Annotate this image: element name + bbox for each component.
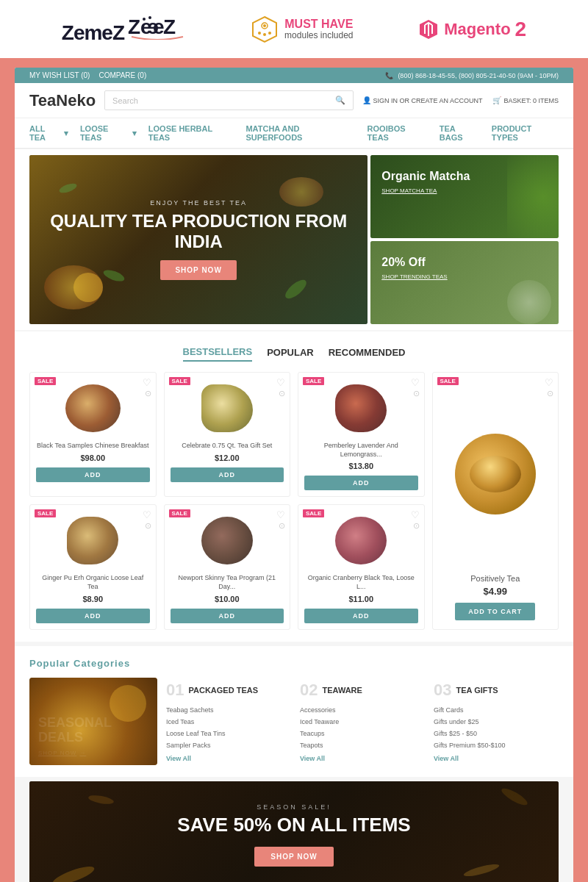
list-item[interactable]: Teapots [300, 739, 422, 751]
add-to-cart-4[interactable]: ADD [36, 609, 150, 623]
compare-icon[interactable]: ⊙ [279, 521, 285, 531]
list-item[interactable]: Gifts $25 - $50 [434, 728, 556, 739]
list-item[interactable]: Accessories [300, 704, 422, 716]
product-card-2: SALE ♡ ⊙ Celebrate 0.75 Qt. Tea Gift Set… [164, 372, 291, 497]
gifts-view-all[interactable]: View All [434, 755, 556, 762]
matcha-cta[interactable]: SHOP MATCHA TEA [381, 187, 548, 194]
musthave-badge: MUST HAVE modules included [251, 15, 353, 43]
search-placeholder: Search [112, 96, 138, 105]
packaged-teas-col: 01 PACKAGED TEAS Teabag Sachets Iced Tea… [163, 678, 291, 765]
compare-icon[interactable]: ⊙ [279, 389, 285, 398]
product-image-1 [36, 379, 150, 437]
nav-item-rooibos[interactable]: ROOIBOS TEAS [368, 124, 428, 142]
product-card-1: SALE ♡ ⊙ Black Tea Samples Chinese Break… [29, 372, 157, 497]
list-item[interactable]: Iced Teas [166, 716, 288, 728]
search-bar[interactable]: Search 🔍 [104, 90, 354, 110]
wishlist-link[interactable]: MY WISH LIST (0) [29, 71, 90, 79]
utility-bar: MY WISH LIST (0) COMPARE (0) 📞 (800) 868… [15, 68, 573, 83]
add-to-cart-6[interactable]: ADD [304, 609, 418, 623]
sale-banner-cta-button[interactable]: SHOP NOW [254, 847, 333, 867]
list-item[interactable]: Sampler Packs [166, 739, 288, 751]
nav-item-product-types[interactable]: PRODUCT TYPES [492, 124, 559, 142]
add-to-cart-1[interactable]: ADD [36, 467, 150, 482]
teaware-view-all[interactable]: View All [300, 755, 422, 762]
product-card-5: SALE ♡ ⊙ Newport Skinny Tea Program (21 … [164, 504, 291, 629]
compare-icon[interactable]: ⊙ [145, 521, 151, 531]
seasonal-deals-card[interactable]: SEASONAL DEALS SHOP NOW → [29, 678, 157, 765]
header-actions: 👤 SIGN IN OR CREATE AN ACCOUNT 🛒 BASKET:… [362, 96, 559, 104]
magento-logo: Magento 2 [417, 18, 526, 41]
compare-icon[interactable]: ⊙ [413, 389, 420, 398]
product-name-4: Ginger Pu Erh Organic Loose Leaf Tea [36, 574, 150, 591]
utility-right: 📞 (800) 868-18-45-55, (800) 805-21-40-50… [385, 72, 559, 79]
zemes-logo: ZemeZ Ze e e Z [62, 13, 187, 45]
brand-bar: ZemeZ Ze e e Z MUST HAVE mod [0, 0, 588, 60]
product-card-6: SALE ♡ ⊙ Organic Cranberry Black Tea, Lo… [298, 504, 425, 629]
sale-badge: SALE [303, 509, 324, 517]
add-to-cart-5[interactable]: ADD [171, 609, 284, 623]
hero-cta-button[interactable]: SHOP NOW [160, 260, 236, 280]
featured-product-name: Positively Tea [470, 574, 520, 583]
list-item[interactable]: Gifts Premium $50-$100 [434, 739, 556, 751]
featured-product-card: SALE ♡ ⊙ Positively Tea $4.99 ADD TO CAR… [432, 372, 559, 630]
sale-title: 20% Off [381, 256, 548, 269]
nav-item-teabags[interactable]: TEA BAGS [440, 124, 480, 142]
list-item[interactable]: Teabag Sachets [166, 704, 288, 716]
search-icon[interactable]: 🔍 [335, 96, 345, 105]
nav-item-all-tea[interactable]: ALL TEA ▾ [29, 124, 68, 142]
list-item[interactable]: Gift Cards [434, 704, 556, 716]
add-to-cart-2[interactable]: ADD [171, 467, 284, 482]
compare-icon[interactable]: ⊙ [145, 389, 151, 398]
product-name-1: Black Tea Samples Chinese Breakfast [36, 442, 150, 451]
product-name-6: Organic Cranberry Black Tea, Loose L... [304, 574, 418, 591]
product-name-2: Celebrate 0.75 Qt. Tea Gift Set [171, 442, 284, 451]
nav-item-loose-teas[interactable]: LOOSE TEAS ▾ [80, 124, 137, 142]
compare-icon[interactable]: ⊙ [413, 521, 420, 531]
store-wrapper: MY WISH LIST (0) COMPARE (0) 📞 (800) 868… [15, 68, 573, 882]
hero-side-matcha[interactable]: Organic Matcha SHOP MATCHA TEA [370, 155, 559, 238]
product-image-5 [171, 511, 284, 570]
product-price-2: $12.00 [171, 453, 284, 462]
product-price-6: $11.00 [304, 595, 418, 603]
tea-gifts-list: Gift Cards Gifts under $25 Gifts $25 - $… [434, 704, 556, 752]
wishlist-icon[interactable]: ♡ [276, 509, 285, 520]
packaged-teas-list: Teabag Sachets Iced Teas Loose Leaf Tea … [166, 704, 288, 752]
teaware-list: Accessories Iced Teaware Teacups Teapots [300, 704, 422, 752]
featured-product-image [439, 379, 553, 570]
wishlist-icon[interactable]: ♡ [143, 509, 151, 520]
wishlist-icon[interactable]: ♡ [545, 377, 553, 388]
sale-badge: SALE [169, 377, 190, 385]
list-item[interactable]: Teacups [300, 728, 422, 739]
packaged-view-all[interactable]: View All [166, 755, 288, 762]
svg-point-10 [263, 33, 266, 36]
hero-side-sale[interactable]: 20% Off SHOP TRENDING TEAS [370, 241, 559, 324]
products-section: BESTSELLERS POPULAR RECOMMENDED SALE ♡ ⊙… [15, 331, 573, 642]
compare-link[interactable]: COMPARE (0) [98, 71, 146, 79]
svg-point-8 [263, 24, 266, 27]
list-item[interactable]: Iced Teaware [300, 716, 422, 728]
add-to-cart-3[interactable]: ADD [304, 476, 418, 490]
featured-add-to-cart[interactable]: ADD TO CART [455, 603, 535, 620]
product-image-4 [36, 511, 150, 570]
product-card-3: SALE ♡ ⊙ Pemberley Lavender And Lemongra… [298, 372, 425, 497]
categories-section: Popular Categories SEASONAL DEALS SHOP N… [15, 646, 573, 777]
nav-item-loose-herbal[interactable]: LOOSE HERBAL TEAS [148, 124, 234, 142]
wishlist-icon[interactable]: ♡ [276, 377, 285, 388]
wishlist-icon[interactable]: ♡ [411, 509, 420, 520]
wishlist-icon[interactable]: ♡ [143, 377, 151, 388]
sale-banner-eyebrow: SEASON SALE! [44, 803, 544, 811]
tab-bestsellers[interactable]: BESTSELLERS [183, 343, 253, 362]
svg-point-4 [143, 18, 146, 21]
nav-item-matcha[interactable]: MATCHA AND SUPERFOODS [245, 124, 355, 142]
list-item[interactable]: Loose Leaf Tea Tins [166, 728, 288, 739]
list-item[interactable]: Gifts under $25 [434, 716, 556, 728]
product-price-3: $13.80 [304, 462, 418, 470]
store-logo[interactable]: TeaNeko [29, 91, 96, 110]
signin-link[interactable]: 👤 SIGN IN OR CREATE AN ACCOUNT [362, 96, 483, 104]
wishlist-icon[interactable]: ♡ [411, 377, 420, 388]
tab-recommended[interactable]: RECOMMENDED [329, 344, 406, 361]
compare-icon[interactable]: ⊙ [547, 389, 553, 398]
tab-popular[interactable]: POPULAR [267, 344, 314, 361]
sale-cta[interactable]: SHOP TRENDING TEAS [381, 273, 548, 280]
basket-link[interactable]: 🛒 BASKET: 0 ITEMS [492, 96, 559, 104]
